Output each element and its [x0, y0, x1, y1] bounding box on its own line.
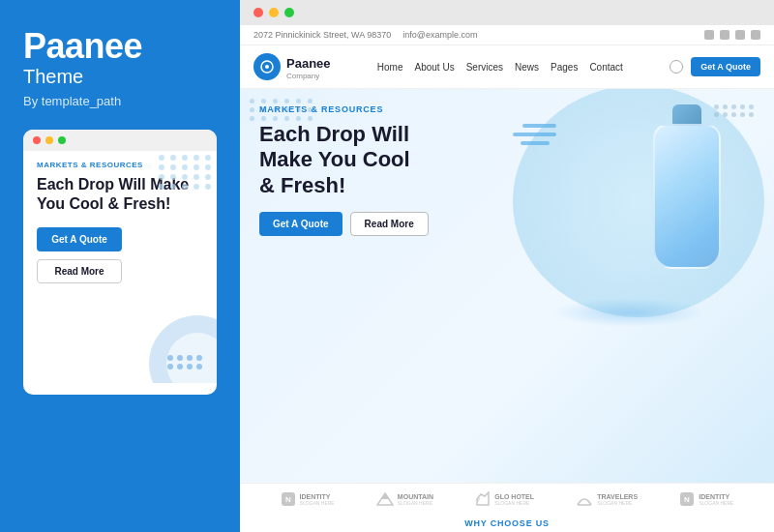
hero-dots-topright	[714, 104, 755, 117]
bottle-body	[653, 124, 721, 269]
brand-icon-1: N	[281, 491, 296, 507]
twitter-icon[interactable]	[751, 30, 760, 40]
brand-logo-glo-hotel: ✓ GLO HOTEL SLOGAN HERE	[475, 491, 534, 507]
hero-image-area	[493, 95, 764, 308]
svg-point-1	[265, 65, 269, 69]
svg-text:N: N	[285, 495, 291, 504]
browser-dot-red	[253, 8, 263, 17]
hero-buttons: Get A Quote Read More	[259, 212, 429, 236]
mini-decorative-dots	[159, 155, 213, 190]
svg-text:N: N	[684, 495, 690, 504]
right-panel: 2072 Pinnickinick Street, WA 98370 info@…	[240, 0, 774, 532]
hero-main: MARKETS & RESOURCES Each Drop Will Make …	[259, 104, 755, 483]
linkedin-icon[interactable]	[735, 30, 745, 40]
topbar-right	[704, 30, 760, 40]
wave-lines	[513, 124, 556, 145]
facebook-icon[interactable]	[704, 30, 714, 40]
hero-heading-line2: Make You Cool	[259, 147, 410, 171]
brand-text-mountain: MOUNTAIN SLOGAN HERE	[398, 493, 433, 506]
brands-row: N IDENTITY SLOGAN HERE MOUNTAIN SLOGAN H…	[240, 483, 774, 515]
glo-hotel-icon: ✓	[475, 491, 491, 507]
browser-dot-yellow	[269, 8, 279, 17]
nav-about[interactable]: About Us	[415, 62, 455, 73]
nav-cta-button[interactable]: Get A Quote	[691, 57, 760, 76]
brand-subtitle: Theme	[23, 66, 217, 88]
water-bottle	[629, 104, 745, 279]
nav-pages[interactable]: Pages	[551, 62, 578, 73]
logo-svg	[260, 60, 274, 74]
nav-logo-company: Company	[286, 72, 331, 80]
brand-text-2: IDENTITY SLOGAN HERE	[699, 493, 733, 506]
travelers-icon	[576, 491, 593, 507]
logo-text-group: Paanee Company	[286, 54, 331, 80]
hero-heading: Each Drop Will Make You Cool & Fresh!	[259, 122, 429, 198]
brand-text-1: IDENTITY SLOGAN HERE	[300, 493, 335, 506]
svg-text:✓: ✓	[476, 497, 481, 503]
brand-logo-mountain: MOUNTAIN SLOGAN HERE	[376, 491, 433, 507]
logo-icon	[253, 53, 281, 80]
dot-yellow	[45, 136, 53, 144]
browser-dot-green	[284, 8, 294, 17]
brand-logo-identity2: N IDENTITY SLOGAN HERE	[679, 491, 733, 507]
mini-read-more-button[interactable]: Read More	[37, 259, 122, 283]
hero-read-more-button[interactable]: Read More	[350, 212, 429, 236]
dot-green	[58, 136, 66, 144]
left-panel: Paanee Theme By template_path MARKETS & …	[0, 0, 240, 532]
brand-text-travelers: TRAVELERS SLOGAN HERE	[597, 493, 638, 506]
brand-logo-identity1: N IDENTITY SLOGAN HERE	[281, 491, 335, 507]
mini-browser-card: MARKETS & RESOURCES Each Drop Will Make …	[23, 130, 217, 395]
nav-logo: Paanee Company	[253, 53, 331, 80]
site-nav: Paanee Company Home About Us Services Ne…	[240, 45, 774, 89]
browser-chrome	[240, 0, 774, 25]
nav-logo-name: Paanee	[286, 56, 331, 71]
bottle-cap	[672, 104, 701, 126]
nav-contact[interactable]: Contact	[589, 62, 622, 73]
brand-logo-travelers: TRAVELERS SLOGAN HERE	[576, 491, 638, 507]
nav-news[interactable]: News	[515, 62, 539, 73]
topbar-address: 2072 Pinnickinick Street, WA 98370	[253, 30, 391, 40]
nav-actions: Get A Quote	[670, 57, 760, 76]
hero-heading-line1: Each Drop Will	[259, 122, 409, 146]
nav-home[interactable]: Home	[377, 62, 403, 73]
mini-get-quote-button[interactable]: Get A Quote	[37, 227, 122, 251]
dot-red	[33, 136, 41, 144]
brand-icon-5: N	[679, 491, 695, 507]
mini-content: MARKETS & RESOURCES Each Drop Will Make …	[23, 151, 217, 383]
nav-links: Home About Us Services News Pages Contac…	[377, 62, 623, 73]
mini-browser-bar	[23, 130, 217, 151]
instagram-icon[interactable]	[720, 30, 729, 40]
hero-section: MARKETS & RESOURCES Each Drop Will Make …	[240, 89, 774, 483]
topbar-left: 2072 Pinnickinick Street, WA 98370 info@…	[253, 30, 477, 40]
brand-title: Paanee	[23, 27, 217, 66]
browser-content: 2072 Pinnickinick Street, WA 98370 info@…	[240, 25, 774, 532]
brand-text-glo: GLO HOTEL SLOGAN HERE	[494, 493, 534, 506]
topbar-email: info@example.com	[402, 30, 477, 40]
hero-get-quote-button[interactable]: Get A Quote	[259, 212, 342, 236]
why-label: WHY CHOOSE US	[259, 518, 755, 528]
why-section: WHY CHOOSE US	[240, 515, 774, 532]
brand-by: By template_path	[23, 94, 217, 108]
water-splash	[542, 279, 716, 327]
nav-services[interactable]: Services	[466, 62, 503, 73]
hero-text: MARKETS & RESOURCES Each Drop Will Make …	[259, 104, 429, 246]
mini-dots-bottom	[167, 355, 203, 369]
hero-heading-line3: & Fresh!	[259, 173, 345, 197]
hero-markets-label: MARKETS & RESOURCES	[259, 104, 429, 114]
site-topbar: 2072 Pinnickinick Street, WA 98370 info@…	[240, 25, 774, 45]
mini-circle-decoration	[149, 315, 217, 383]
search-icon[interactable]	[670, 60, 683, 74]
mountain-icon	[376, 491, 394, 507]
